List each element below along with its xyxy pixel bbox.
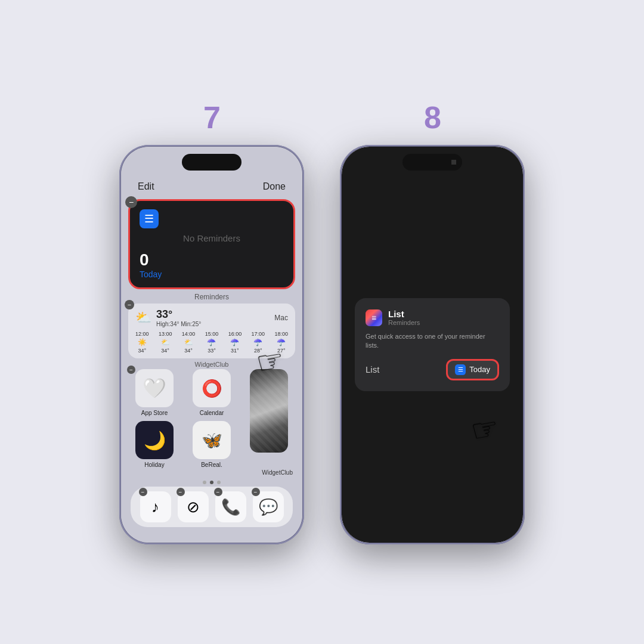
reminders-today: Today bbox=[140, 270, 284, 279]
holiday-label: Holiday bbox=[144, 462, 164, 468]
no-reminders-text: No Reminders bbox=[140, 233, 284, 243]
dock-messages[interactable]: − 💬 bbox=[253, 491, 284, 522]
today-button-label: Today bbox=[469, 365, 490, 374]
holiday-icon[interactable]: 🌙 Holiday bbox=[128, 421, 181, 468]
dock: − ♪ − ⊘ − 📞 − 💬 bbox=[131, 487, 293, 527]
weather-top: ⛅ 33° High:34° Min:25° Mac bbox=[135, 308, 288, 327]
art-widget bbox=[243, 369, 295, 468]
hour-1: 12:00☀️34° bbox=[135, 331, 149, 354]
weather-minus[interactable]: − bbox=[125, 300, 134, 309]
phone8-frame: ≡ List Reminders Get quick access to one… bbox=[340, 145, 525, 544]
dock-safari-minus[interactable]: − bbox=[177, 488, 185, 496]
reminders-widget[interactable]: − ☰ No Reminders 0 Today bbox=[128, 199, 295, 289]
app-grid-container: − 🤍 App Store ⭕ Calendar bbox=[128, 369, 295, 476]
screen2: ≡ List Reminders Get quick access to one… bbox=[342, 147, 523, 543]
step7-wrapper: 7 Edit Done − ☰ bbox=[119, 100, 304, 544]
dock-phone-minus[interactable]: − bbox=[214, 488, 222, 496]
popup-title-group: List Reminders bbox=[388, 309, 420, 326]
weather-icon: ⛅ bbox=[135, 310, 151, 326]
phone8-screen: ≡ List Reminders Get quick access to one… bbox=[342, 147, 523, 543]
main-container: 7 Edit Done − ☰ bbox=[0, 76, 644, 568]
popup-title: List bbox=[388, 309, 420, 319]
phone7-frame: Edit Done − ☰ No Reminders 0 Today Remin… bbox=[119, 145, 304, 544]
weather-highlow: High:34° Min:25° bbox=[156, 321, 201, 327]
art-img bbox=[250, 369, 288, 453]
calendar-label: Calendar bbox=[200, 410, 224, 416]
pagination-dots bbox=[121, 481, 302, 484]
popup-description: Get quick access to one of your reminder… bbox=[366, 332, 499, 351]
reminders-label: Reminders bbox=[121, 293, 302, 301]
dot-1 bbox=[203, 481, 206, 484]
popup-list-icon: ≡ bbox=[366, 309, 382, 326]
popup-action-row: List ☰ Today bbox=[366, 359, 499, 380]
hour-2: 13:00⛅34° bbox=[159, 331, 172, 354]
dot-3 bbox=[217, 481, 221, 484]
holiday-img: 🌙 bbox=[135, 421, 174, 459]
weather-info: 33° High:34° Min:25° bbox=[156, 308, 201, 327]
weather-temp: 33° bbox=[156, 308, 201, 321]
app-store-label: App Store bbox=[141, 410, 168, 416]
hour-4: 15:00☂️33° bbox=[205, 331, 219, 354]
step8-number: 8 bbox=[424, 100, 441, 135]
bereal-icon[interactable]: 🦋 BeReal. bbox=[185, 421, 238, 468]
app-store-icon[interactable]: 🤍 App Store bbox=[128, 369, 181, 416]
cursor-hand-7: ☞ bbox=[253, 341, 287, 381]
calendar-icon[interactable]: ⭕ Calendar bbox=[185, 369, 238, 416]
reminders-icon: ☰ bbox=[140, 209, 159, 228]
dot-2 bbox=[210, 481, 213, 484]
widgetclub-app-label: WidgetClub bbox=[128, 469, 295, 476]
dynamic-island-8 bbox=[402, 154, 462, 171]
popup-header: ≡ List Reminders bbox=[366, 309, 499, 326]
weather-mac: Mac bbox=[274, 314, 288, 322]
calendar-img: ⭕ bbox=[193, 369, 231, 407]
reminders-count: 0 bbox=[140, 250, 284, 270]
reminders-icon-symbol: ☰ bbox=[144, 212, 154, 225]
screen1: Edit Done − ☰ No Reminders 0 Today Remin… bbox=[121, 147, 302, 543]
dynamic-island-7 bbox=[182, 154, 242, 171]
dock-music-minus[interactable]: − bbox=[139, 488, 147, 496]
dock-messages-minus[interactable]: − bbox=[252, 488, 260, 496]
bereal-label: BeReal. bbox=[201, 462, 222, 468]
popup-card: ≡ List Reminders Get quick access to one… bbox=[355, 298, 510, 391]
step7-number: 7 bbox=[203, 100, 220, 135]
hour-5: 16:00☂️31° bbox=[228, 331, 242, 354]
camera-dot bbox=[451, 160, 456, 165]
popup-list-label: List bbox=[366, 364, 379, 374]
edit-button[interactable]: Edit bbox=[138, 181, 154, 192]
cursor-hand-8: ☞ bbox=[468, 409, 502, 449]
dock-safari[interactable]: − ⊘ bbox=[178, 491, 209, 522]
app-store-img: 🤍 bbox=[135, 369, 174, 407]
phone7-screen: Edit Done − ☰ No Reminders 0 Today Remin… bbox=[121, 147, 302, 543]
bereal-img: 🦋 bbox=[193, 421, 231, 459]
dock-phone[interactable]: − 📞 bbox=[215, 491, 246, 522]
step8-wrapper: 8 ≡ bbox=[340, 100, 525, 544]
widget-minus[interactable]: − bbox=[125, 196, 137, 208]
dock-music[interactable]: − ♪ bbox=[140, 491, 171, 522]
grid-minus[interactable]: − bbox=[127, 366, 135, 374]
app-grid: 🤍 App Store ⭕ Calendar bbox=[128, 369, 295, 468]
done-button[interactable]: Done bbox=[263, 181, 286, 192]
popup-today-button[interactable]: ☰ Today bbox=[446, 359, 499, 380]
today-icon: ☰ bbox=[455, 364, 466, 375]
popup-subtitle: Reminders bbox=[388, 319, 420, 326]
hour-3: 14:00⛅34° bbox=[182, 331, 196, 354]
list-icon-symbol: ≡ bbox=[371, 313, 376, 323]
